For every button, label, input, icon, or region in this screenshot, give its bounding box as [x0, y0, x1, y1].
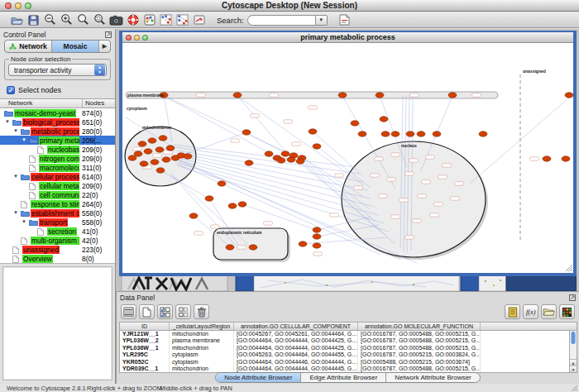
tab-network[interactable]: Network: [5, 41, 52, 52]
gene-node[interactable]: [151, 160, 159, 165]
gene-node[interactable]: [287, 157, 295, 162]
tree-row-overview[interactable]: Overview8(0): [0, 254, 115, 263]
tree-row-secretion[interactable]: secretion41(0): [0, 227, 115, 236]
window-resize-grip[interactable]: [571, 385, 578, 392]
tree-row-multi-organism-pro[interactable]: multi-organism pro42(0): [0, 236, 115, 245]
gene-node[interactable]: [184, 154, 192, 159]
tree-row-cellular-metabol[interactable]: cellular metabol209(0): [0, 181, 115, 190]
column-header-2[interactable]: annotation.GO CELLULAR_COMPONENT: [234, 323, 358, 330]
select-attributes-icon[interactable]: [157, 304, 173, 319]
gene-node[interactable]: [140, 161, 148, 166]
unselect-attributes-icon[interactable]: [175, 304, 191, 319]
gene-node[interactable]: [238, 202, 246, 207]
function-builder-icon[interactable]: f(x): [523, 304, 538, 319]
expander-icon[interactable]: ▼: [22, 219, 26, 224]
tree-row-nitrogen-compo[interactable]: nitrogen compo209(0): [0, 154, 115, 163]
gene-node[interactable]: [406, 131, 414, 136]
notes-icon[interactable]: [505, 304, 520, 319]
gene-node[interactable]: [281, 151, 290, 156]
matrix-view-icon[interactable]: [559, 304, 575, 319]
column-header-0[interactable]: ID: [120, 323, 170, 330]
float-data-panel-icon[interactable]: [569, 294, 576, 301]
tree-column-nodes[interactable]: Nodes: [82, 99, 115, 108]
expander-icon[interactable]: ▼: [13, 210, 18, 215]
gene-node[interactable]: [148, 138, 156, 143]
network-canvas[interactable]: plasma membranecytoplasmmitochondrionnuc…: [122, 43, 573, 272]
tree-row-cell-communicat[interactable]: cell communicat22(0): [0, 190, 115, 199]
gene-node[interactable]: [249, 245, 257, 250]
new-attribute-icon[interactable]: [139, 304, 155, 319]
tree-row-biological-process[interactable]: ▼biological_process651(0): [0, 117, 115, 127]
scrollbar-thumb[interactable]: [571, 332, 576, 344]
zoom-view-icon[interactable]: [142, 35, 148, 41]
gene-node[interactable]: [562, 156, 570, 161]
gene-node[interactable]: [205, 196, 213, 201]
tree-row-nucleobase-[interactable]: nucleobase-209(0): [0, 145, 115, 154]
gene-node[interactable]: [138, 141, 146, 146]
gene-node[interactable]: [309, 129, 317, 134]
tree-row-metabolic-process[interactable]: ▼metabolic process280(0): [0, 127, 115, 136]
search-dropdown-icon[interactable]: ▼: [315, 15, 328, 26]
open-session-icon[interactable]: [10, 13, 24, 26]
network-view-titlebar[interactable]: primary metabolic process: [122, 32, 573, 43]
gene-node[interactable]: [226, 245, 234, 250]
expander-icon[interactable]: ▼: [22, 137, 26, 142]
gene-node[interactable]: [156, 147, 164, 152]
gene-node[interactable]: [245, 160, 253, 165]
zoom-fit-icon[interactable]: [76, 12, 90, 26]
gene-node[interactable]: [162, 157, 170, 162]
tab-node-attribute-browser[interactable]: Node Attribute Browser: [216, 373, 301, 382]
gene-node[interactable]: [277, 158, 285, 163]
expander-icon[interactable]: ▼: [13, 174, 18, 179]
gene-node[interactable]: [448, 93, 457, 98]
help-icon[interactable]: [126, 13, 140, 26]
apply-layout-icon[interactable]: [159, 13, 173, 26]
gene-node[interactable]: [296, 159, 304, 164]
gene-node[interactable]: [233, 93, 242, 98]
table-row-YPL036W__1[interactable]: YPL036W__1mitochondrion[GO:0044464, GO:0…: [120, 345, 577, 351]
edge[interactable]: [173, 175, 250, 246]
gene-node[interactable]: [433, 131, 441, 136]
gene-node[interactable]: [417, 131, 425, 136]
gene-node[interactable]: [543, 156, 551, 161]
close-view-icon[interactable]: [126, 35, 132, 41]
gene-node[interactable]: [265, 151, 273, 156]
snapshot-icon[interactable]: [109, 13, 123, 26]
gene-node[interactable]: [218, 181, 226, 186]
tab-mosaic[interactable]: Mosaic: [52, 41, 99, 52]
gene-node[interactable]: [134, 151, 142, 156]
gene-node[interactable]: [338, 93, 347, 98]
table-row-YJR121W__1[interactable]: YJR121W__1mitochondrion[GO:0045267, GO:0…: [120, 331, 577, 337]
tree-row-unassigned[interactable]: unassigned223(0): [0, 245, 115, 254]
column-header-1[interactable]: _cellularLayoutRegion: [170, 323, 234, 330]
gene-node[interactable]: [479, 131, 487, 136]
gene-node[interactable]: [156, 168, 165, 173]
tree-column-network[interactable]: Network: [0, 99, 82, 108]
tree-row-establishment-of-lo[interactable]: ▼establishment of lo558(0): [0, 208, 115, 218]
tree-row-macromolecule[interactable]: macromolecule311(0): [0, 163, 115, 172]
zoom-window-icon[interactable]: [25, 2, 31, 9]
annotation-icon[interactable]: [337, 13, 352, 26]
edge[interactable]: [470, 98, 569, 184]
tab-edge-attribute-browser[interactable]: Edge Attribute Browser: [301, 373, 386, 382]
close-window-icon[interactable]: [5, 2, 12, 9]
import-attributes-icon[interactable]: [541, 304, 557, 319]
edge[interactable]: [178, 153, 367, 190]
table-row-YLR295C[interactable]: YLR295Ccytoplasm[GO:0045263, GO:0044464,…: [120, 351, 577, 358]
table-row-YKR052C[interactable]: YKR052Ccytoplasm[GO:0044464, GO:0044446,…: [120, 359, 577, 366]
save-session-icon[interactable]: [26, 13, 41, 26]
tabs-overflow-arrow-icon[interactable]: ▶: [99, 41, 110, 52]
gene-node[interactable]: [565, 93, 573, 98]
frame-resize-grip[interactable]: [565, 264, 573, 272]
gene-node[interactable]: [228, 203, 237, 208]
tree-row-response-to-stimulu[interactable]: response to stimulu264(0): [0, 199, 115, 208]
tree-row-primary-metabo[interactable]: ▼primary metabo209(...: [0, 136, 115, 145]
tree-row-cellular-process[interactable]: ▼cellular process614(0): [0, 172, 115, 181]
scroll-up-icon[interactable]: ▲: [570, 359, 577, 366]
float-panel-icon[interactable]: [105, 31, 112, 38]
expander-icon[interactable]: ▼: [13, 128, 18, 133]
edge[interactable]: [237, 96, 292, 159]
gene-node[interactable]: [358, 131, 366, 136]
minimize-window-icon[interactable]: [15, 2, 22, 9]
network-graph[interactable]: plasma membranecytoplasmmitochondrionnuc…: [122, 43, 573, 272]
